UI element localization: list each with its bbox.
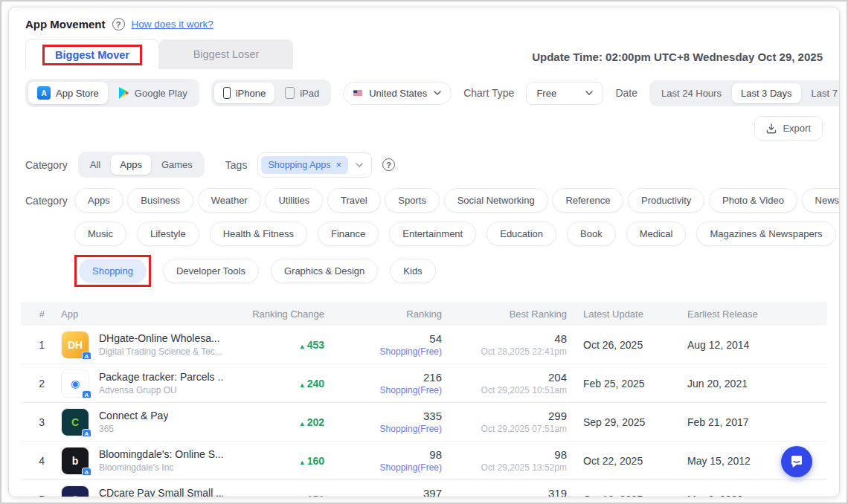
table-body: 1 DH A DHgate-Online Wholesa... Digital …	[21, 326, 827, 497]
category-chip[interactable]: Kids	[390, 259, 435, 283]
google-play-label: Google Play	[135, 88, 187, 99]
ranking-category-link[interactable]: Shopping(Free)	[335, 462, 442, 473]
app-store-label: App Store	[56, 88, 99, 99]
app-icon-glyph: C	[71, 416, 79, 428]
change-number: 453	[307, 339, 324, 351]
tab-biggest-mover[interactable]: Biggest Mover	[25, 39, 159, 69]
category-chip[interactable]: News	[802, 188, 839, 213]
category-chip[interactable]: Weather	[198, 188, 261, 213]
category-chip[interactable]: Book	[567, 222, 616, 246]
change-number: 202	[307, 416, 324, 428]
category-chip[interactable]: Apps	[74, 188, 123, 213]
category-chip[interactable]: Business	[127, 188, 193, 213]
change-number: 151	[307, 494, 324, 497]
row-rank: 1	[21, 339, 55, 351]
change-number: 240	[307, 378, 324, 390]
app-icon-glyph: DH	[68, 339, 83, 351]
category-chip-row-3: Shopping Developer ToolsGraphics & Desig…	[74, 255, 839, 287]
col-earliest-release: Earliest Release	[681, 308, 827, 320]
ipad-button[interactable]: iPad	[276, 83, 328, 103]
chevron-down-icon	[356, 163, 363, 167]
category-chip[interactable]: Medical	[626, 222, 687, 246]
category-chip[interactable]: Travel	[327, 188, 381, 213]
category-chip[interactable]: Entertainment	[389, 222, 476, 246]
export-label: Export	[783, 123, 811, 134]
ranking-value: 216	[335, 371, 442, 384]
category-scope-all[interactable]: All	[81, 155, 109, 175]
category-chip[interactable]: Photo & Video	[709, 188, 797, 213]
app-name[interactable]: Connect & Pay	[99, 410, 168, 421]
app-meta: DHgate-Online Wholesa... Digital Trading…	[99, 332, 222, 357]
header: App Movement ? How does it work?	[9, 7, 839, 36]
tab-biggest-loser[interactable]: Biggest Loser	[159, 39, 293, 69]
app-icon-glyph: S	[71, 494, 78, 497]
how-it-works-link[interactable]: How does it work?	[132, 19, 213, 30]
tags-help-icon[interactable]: ?	[382, 158, 395, 171]
category-chip[interactable]: Reference	[552, 188, 623, 213]
tag-remove-icon[interactable]: ×	[336, 160, 342, 169]
category-chip[interactable]: Music	[74, 222, 126, 246]
app-name[interactable]: DHgate-Online Wholesa...	[99, 332, 222, 344]
app-name[interactable]: Package tracker: Parcels ...	[99, 371, 223, 383]
app-icon: ◉ A	[61, 369, 89, 398]
date-last-7-days[interactable]: Last 7 Days	[803, 83, 839, 103]
app-cell: C A Connect & Pay 365	[55, 408, 223, 436]
category-chip-shopping[interactable]: Shopping	[79, 259, 147, 283]
date-last-24-hours[interactable]: Last 24 Hours	[652, 83, 730, 103]
earliest-release: Jun 20, 2021	[681, 378, 827, 390]
tags-label: Tags	[225, 159, 248, 171]
country-value: United States	[369, 88, 427, 99]
app-icon-glyph: ◉	[71, 378, 80, 390]
category-scope-apps[interactable]: Apps	[111, 155, 151, 175]
app-name[interactable]: CDcare Pay Small Small ...	[99, 487, 223, 497]
category-chip[interactable]: Graphics & Design	[271, 259, 378, 283]
table-row[interactable]: 4 b A Bloomingdale's: Online S... Bloomi…	[21, 442, 827, 480]
app-store-button[interactable]: A App Store	[28, 82, 108, 104]
help-question-icon[interactable]: ?	[112, 18, 125, 30]
iphone-button[interactable]: iPhone	[214, 83, 274, 103]
table-row[interactable]: 5 S A CDcare Pay Small Small ... EMAXIE …	[21, 480, 827, 497]
page-title: App Movement	[25, 18, 106, 30]
iphone-label: iPhone	[236, 88, 266, 99]
table-row[interactable]: 2 ◉ A Package tracker: Parcels ... Adven…	[21, 364, 827, 403]
category-chip[interactable]: Health & Fitness	[210, 222, 307, 246]
app-meta: Connect & Pay 365	[99, 410, 168, 434]
earliest-release: Feb 21, 2017	[681, 416, 827, 428]
tags-select[interactable]: Shopping Apps ×	[257, 152, 372, 178]
app-developer: Digital Trading Science & Tec...	[99, 346, 222, 357]
col-ranking: Ranking	[335, 308, 452, 320]
ranking-category-link[interactable]: Shopping(Free)	[335, 424, 442, 434]
app-meta: Package tracker: Parcels ... Advensa Gru…	[99, 371, 223, 395]
app-name[interactable]: Bloomingdale's: Online S...	[99, 448, 223, 460]
chart-type-select[interactable]: Free	[526, 82, 603, 105]
best-ranking-time: Oct 28,2025 22:41pm	[452, 346, 567, 357]
ranking-category-link[interactable]: Shopping(Free)	[335, 385, 442, 395]
category-chip[interactable]: Finance	[318, 222, 379, 246]
category-chip[interactable]: Developer Tools	[163, 259, 259, 283]
date-last-3-days[interactable]: Last 3 Days	[732, 83, 801, 103]
category-scope-toggle: All Apps Games	[78, 152, 205, 178]
category-scope-games[interactable]: Games	[152, 155, 202, 175]
google-play-button[interactable]: Google Play	[109, 82, 196, 104]
app-developer: Bloomingdale's Inc	[99, 462, 223, 473]
app-meta: CDcare Pay Small Small ... EMAXIE LIMITE…	[99, 487, 223, 497]
category-chip[interactable]: Utilities	[265, 188, 323, 213]
ranking-change-value: ▲202	[223, 416, 335, 428]
category-chip[interactable]: Education	[486, 222, 556, 246]
category-chip[interactable]: Social Networking	[444, 188, 548, 213]
app-icon-glyph: b	[72, 455, 79, 467]
category-chip[interactable]: Sports	[385, 188, 440, 213]
category-chip[interactable]: Lifestyle	[137, 222, 199, 246]
export-button[interactable]: Export	[754, 116, 823, 140]
category-chip[interactable]: Productivity	[628, 188, 704, 213]
app-developer: 365	[99, 424, 168, 434]
chart-type-value: Free	[536, 88, 579, 99]
ranking-cell: 397 Shopping(Free)	[335, 487, 452, 497]
table-row[interactable]: 1 DH A DHgate-Online Wholesa... Digital …	[21, 326, 827, 364]
table-row[interactable]: 3 C A Connect & Pay 365 ▲202	[21, 403, 827, 442]
ranking-category-link[interactable]: Shopping(Free)	[335, 346, 442, 357]
app-cell: ◉ A Package tracker: Parcels ... Advensa…	[55, 369, 223, 398]
country-select[interactable]: United States	[343, 82, 452, 105]
category-chip[interactable]: Magazines & Newspapers	[696, 222, 835, 246]
chat-launcher-button[interactable]	[781, 446, 812, 477]
